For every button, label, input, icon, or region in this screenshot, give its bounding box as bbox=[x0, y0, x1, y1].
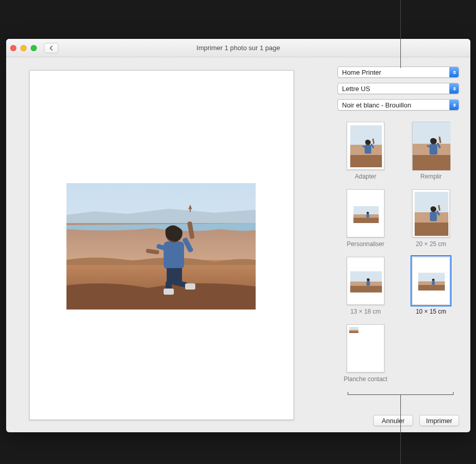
format-label: Personnaliser bbox=[342, 240, 390, 248]
svg-rect-37 bbox=[415, 223, 448, 236]
format-fit[interactable]: Adapter bbox=[337, 122, 394, 180]
preview-area bbox=[6, 57, 332, 432]
format-thumb bbox=[413, 122, 450, 170]
svg-rect-11 bbox=[185, 283, 195, 290]
format-contact-sheet[interactable]: Planche contact bbox=[337, 324, 394, 383]
traffic-lights bbox=[10, 45, 37, 51]
format-thumb bbox=[418, 273, 445, 291]
print-window: Imprimer 1 photo sur 1 page bbox=[6, 39, 470, 432]
svg-rect-33 bbox=[367, 214, 369, 217]
svg-rect-38 bbox=[430, 212, 437, 221]
format-label: 13 × 18 cm bbox=[342, 308, 390, 315]
format-thumb bbox=[415, 192, 448, 236]
format-label: 20 × 25 cm bbox=[407, 240, 456, 248]
svg-rect-32 bbox=[353, 218, 378, 223]
svg-rect-25 bbox=[429, 144, 437, 155]
window-body: Home Printer Lettre US Noir et blanc - B… bbox=[6, 57, 470, 432]
callout-bracket-right bbox=[400, 394, 454, 395]
select-stepper-icon bbox=[449, 83, 459, 94]
print-button[interactable]: Imprimer bbox=[419, 415, 459, 426]
format-label: Remplir bbox=[407, 173, 456, 180]
format-fill[interactable]: Remplir bbox=[403, 122, 459, 180]
format-10x15[interactable]: 10 × 15 cm bbox=[403, 257, 459, 315]
format-20x25[interactable]: 20 × 25 cm bbox=[403, 189, 459, 248]
callout-line-bottom bbox=[400, 395, 401, 464]
svg-rect-54 bbox=[349, 331, 358, 333]
minimize-button[interactable] bbox=[20, 45, 27, 51]
chevron-left-icon bbox=[49, 46, 53, 51]
format-thumb bbox=[353, 206, 379, 223]
preview-page bbox=[29, 70, 294, 420]
svg-rect-45 bbox=[367, 281, 370, 285]
svg-rect-24 bbox=[413, 155, 450, 170]
format-thumb bbox=[350, 125, 382, 167]
zoom-button[interactable] bbox=[31, 45, 37, 51]
format-label: Planche contact bbox=[342, 375, 390, 383]
quality-select-value: Noir et blanc - Brouillon bbox=[342, 101, 411, 109]
format-thumb bbox=[349, 327, 358, 333]
svg-rect-50 bbox=[432, 281, 435, 285]
svg-rect-16 bbox=[350, 155, 382, 167]
callout-bracket-left-tick bbox=[348, 392, 348, 395]
preview-photo bbox=[66, 183, 256, 310]
print-button-label: Imprimer bbox=[426, 417, 452, 425]
select-stepper-icon bbox=[449, 100, 459, 110]
svg-rect-17 bbox=[365, 145, 371, 153]
printer-select[interactable]: Home Printer bbox=[337, 67, 459, 78]
sidebar: Home Printer Lettre US Noir et blanc - B… bbox=[332, 57, 470, 432]
printer-select-value: Home Printer bbox=[342, 69, 381, 76]
quality-select[interactable]: Noir et blanc - Brouillon bbox=[337, 99, 459, 111]
callout-line-top bbox=[400, 0, 401, 68]
select-stepper-icon bbox=[449, 67, 459, 77]
format-custom[interactable]: Personnaliser bbox=[337, 189, 394, 248]
format-label: 10 × 15 cm bbox=[407, 308, 456, 315]
paper-select-value: Lettre US bbox=[342, 85, 370, 93]
svg-rect-44 bbox=[350, 286, 382, 293]
cancel-button-label: Annuler bbox=[382, 417, 405, 425]
format-label: Adapter bbox=[342, 173, 390, 180]
svg-rect-49 bbox=[418, 285, 445, 291]
callout-bracket-right-tick bbox=[453, 392, 454, 395]
callout-bracket-left bbox=[348, 394, 401, 395]
paper-select[interactable]: Lettre US bbox=[337, 83, 459, 94]
back-button[interactable] bbox=[44, 43, 58, 53]
close-button[interactable] bbox=[10, 45, 16, 51]
format-13x18[interactable]: 13 × 18 cm bbox=[337, 257, 394, 315]
svg-rect-13 bbox=[164, 289, 174, 295]
format-grid: Adapter bbox=[337, 122, 459, 383]
cancel-button[interactable]: Annuler bbox=[373, 415, 413, 426]
format-thumb bbox=[350, 271, 382, 293]
dialog-actions: Annuler Imprimer bbox=[337, 408, 459, 426]
svg-rect-3 bbox=[164, 241, 184, 269]
